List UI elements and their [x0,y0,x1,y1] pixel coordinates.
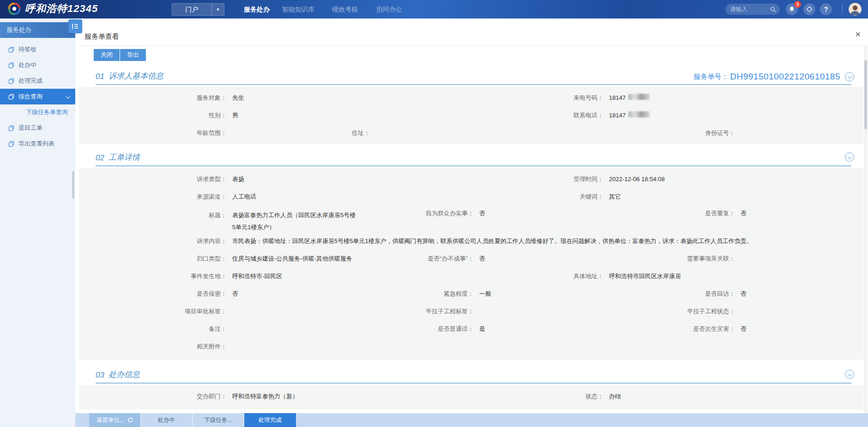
ticket-number-label: 服务单号： [693,73,728,81]
field-row: 服务对象： 先生 来电号码： 18147 [79,89,863,107]
search-input[interactable] [730,6,770,12]
field-row: 事件发生地： 呼和浩特市-回民区 具体地址： 呼和浩特市回民区水岸康居 [79,268,863,285]
notifications-button[interactable]: 9 [786,3,798,15]
nav-knowledge-base[interactable]: 智能知识库 [282,0,314,18]
sidebar-item-label: 处理完成 [18,77,42,85]
tab-subordinate-task[interactable]: 下级任务... [193,413,244,427]
close-icon[interactable]: × [855,30,861,39]
sidebar-item-label: 处办中 [18,61,36,69]
sidebar-item-label: 综合查询 [18,92,42,101]
global-search[interactable] [725,4,780,15]
field-item-library-link: 需要事项库关联： [587,255,741,263]
close-button[interactable]: 关闭 [94,49,120,61]
export-button[interactable]: 导出 [120,49,146,61]
field-source-channel: 来源渠道： 人工电话 [79,193,256,201]
section-1-body: 服务对象： 先生 来电号码： 18147 性别： 男 联系电话： 18147 [79,87,863,144]
field-appeal-content: 诉求内容： 市民表扬：供暖地址：回民区水岸康居5号楼5单元1楼东户，供暖阀门有异… [79,237,753,245]
main-scrollbar[interactable] [864,45,868,413]
app-window: 呼和浩特12345 门户 ▾ 服务处办 智能知识库 绩效考核 协同办公 9 [0,0,868,427]
document-copy-icon [8,94,14,100]
header-divider [842,5,843,14]
field-age-range: 年龄范围： [79,129,232,137]
field-row: 性别： 男 联系电话： 18147 [79,107,863,124]
field-row: 来源渠道： 人工电话 关键词： 其它 [79,188,863,206]
field-confidential: 是否保密： 否 [79,290,238,298]
redacted-digits [628,111,650,117]
sidebar-item-comprehensive-query[interactable]: 综合查询 [0,89,75,104]
section-number: 03 [96,371,104,380]
navigation-button[interactable] [803,3,815,15]
sidebar-scrollbar-thumb[interactable] [72,171,74,199]
toolbar: 关闭 导出 [94,49,146,61]
section-2-header: 02 工单详情 [96,150,851,166]
section-title: 工单详情 [108,152,140,163]
sidebar-item-completed[interactable]: 处理完成 [0,73,75,89]
ticket-number-value: DH9915010022120610185 [730,72,840,82]
avatar-image [849,3,862,16]
nav-portal-button[interactable]: 门户 ▾ [172,3,224,16]
field-attachments: 相关附件： [79,342,232,351]
field-for-masses: 我为群众办实事： 否 [310,209,485,218]
refresh-icon[interactable] [127,417,133,423]
section-collapse-icon[interactable] [845,370,854,379]
field-id-number: 身份证号： [587,129,741,137]
sidebar-collapse-button[interactable] [68,19,82,33]
chevron-down-icon: ▾ [212,6,224,12]
title-divider [75,45,868,46]
document-copy-icon [8,62,14,68]
section-title: 诉求人基本信息 [108,71,163,81]
help-button[interactable]: ? [820,3,832,15]
sidebar-item-export-view-list[interactable]: 导出查看列表 [0,136,75,152]
section-number: 02 [96,153,104,163]
field-unfinished-project-tag: 半拉子工程标签： [310,307,479,316]
field-row: 诉求类型： 表扬 受理时间： 2022-12-06 18:54:08 [79,171,863,188]
main-panel: 服务单查看 × 关闭 导出 01 诉求人基本信息 服务单号： DH9915010… [75,18,868,427]
field-appeal-type: 诉求类型： 表扬 [79,175,244,183]
sidebar-item-in-progress[interactable]: 处办中 [0,57,75,73]
field-keyword: 关键词： 其它 [448,193,621,201]
field-accept-time: 受理时间： 2022-12-06 18:54:08 [448,175,665,183]
tab-grassroots-unit[interactable]: 基层单位... [89,413,141,427]
ticket-number: 服务单号： DH9915010022120610185 [693,72,854,82]
redacted-digits [628,94,650,100]
page-title: 服务单查看 [84,32,119,41]
question-mark-icon: ? [824,6,828,13]
section-collapse-icon[interactable] [845,152,854,162]
field-mandarin: 是否普通话： 是 [310,325,485,333]
nav-collaboration[interactable]: 协同办公 [376,0,402,18]
document-copy-icon [8,47,14,53]
sidebar-item-pending-sign[interactable]: 待签收 [0,42,75,57]
sidebar-menu: 待签收 处办中 处理完成 综合查询 下级任务单查询 退回工单 [0,42,75,152]
field-row: 诉求内容： 市民表扬：供暖地址：回民区水岸康居5号楼5单元1楼东户，供暖阀门有异… [79,232,863,250]
main-scrollbar-thumb[interactable] [864,60,867,129]
field-row: 项目审批标签： 半拉子工程标签： 半拉子工程状态： [79,303,863,320]
field-urgency: 紧急程度： 一般 [310,290,491,298]
nav-performance[interactable]: 绩效考核 [332,0,358,18]
field-row: 年龄范围： 住址： 身份证号： [79,124,863,142]
tab-completed[interactable]: 处理完成 [244,413,296,427]
field-project-approval-tag: 项目审批标签： [79,307,232,316]
field-unfinished-project-status: 半拉子工程状态： [587,307,741,316]
menu-fold-icon [72,23,79,30]
compass-icon [806,6,813,12]
field-remark: 备注： [79,325,232,333]
chevron-down-icon [66,94,71,99]
sidebar-item-label: 导出查看列表 [18,140,54,148]
sidebar: 服务处办 待签收 处办中 处理完成 综合查询 [0,18,75,427]
document-copy-icon [8,141,14,147]
field-row: 标题： 表扬富泰热力工作人员（回民区水岸康居5号楼5单元1楼东户） 我为群众办实… [79,206,863,232]
section-collapse-icon[interactable] [845,72,854,81]
sidebar-item-label: 待签收 [18,45,36,54]
sidebar-subitem-subordinate-task-query[interactable]: 下级任务单查询 [0,104,75,120]
sidebar-title: 服务处办 [0,22,75,38]
document-copy-icon [8,125,14,131]
field-row: 相关附件： [79,338,863,355]
nav-service-handling[interactable]: 服务处办 [244,0,270,18]
notification-badge: 9 [794,1,801,8]
user-avatar[interactable] [849,3,862,16]
field-is-duplicate: 是否重复： 否 [587,209,747,218]
tab-in-progress[interactable]: 处办中 [141,413,193,427]
section-2-body: 诉求类型： 表扬 受理时间： 2022-12-06 18:54:08 来源渠道：… [79,168,863,360]
sidebar-item-returned-tickets[interactable]: 退回工单 [0,120,75,136]
app-brand: 呼和浩特12345 [7,2,98,16]
